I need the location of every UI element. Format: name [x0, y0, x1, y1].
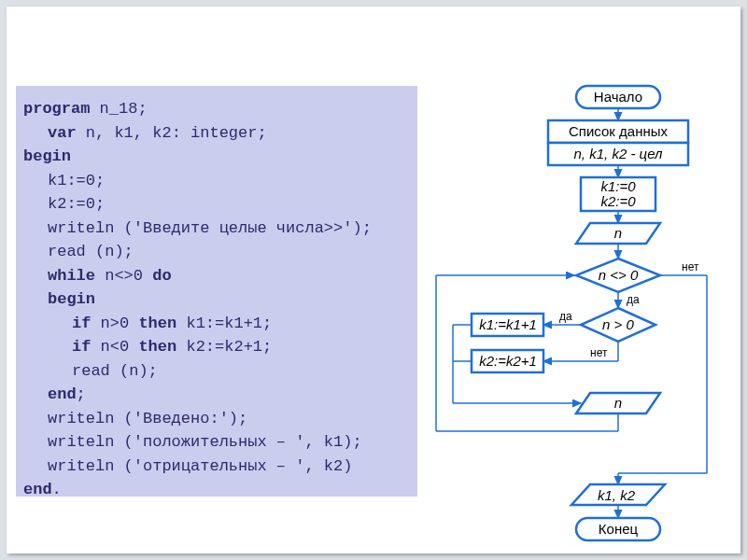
read-n2-label: n	[614, 395, 622, 411]
line-16: writeln ('отрицательных – ', k2)	[23, 455, 410, 479]
line-6: writeln ('Введите целые числа>>');	[23, 217, 410, 241]
code-block: program n_18; var n, k1, k2: integer; be…	[16, 86, 417, 497]
output-label: k1, k2	[598, 487, 636, 503]
line-3: begin	[23, 147, 71, 165]
line-7: read (n);	[23, 240, 410, 264]
init-k1-label: k1:=0	[600, 178, 636, 194]
line-15: writeln ('положительных – ', k1);	[23, 430, 410, 455]
assign-k2-label: k2:=k2+1	[479, 353, 537, 369]
line-10: if n>0 then k1:=k1+1;	[23, 312, 410, 336]
line-9: begin	[23, 287, 410, 312]
flowchart: Начало Список данных n, k1, k2 - цел k1:…	[417, 81, 735, 553]
line-1: program n_18;	[23, 100, 148, 118]
init-k2-label: k2:=0	[600, 193, 636, 209]
assign-k1-label: k1:=k1+1	[479, 316, 537, 332]
line-8: while n<>0 do	[23, 264, 410, 288]
cond-inner-label: n > 0	[602, 316, 634, 332]
data-list-label: Список данных	[569, 123, 669, 139]
cond-outer-label: n <> 0	[599, 267, 639, 283]
line-5: k2:=0;	[23, 192, 410, 217]
line-13: end;	[23, 383, 410, 407]
line-2: var n, k1, k2: integer;	[23, 121, 410, 146]
line-17: end.	[23, 481, 62, 498]
line-11: if n<0 then k2:=k2+1;	[23, 335, 410, 359]
line-14: writeln ('Введено:');	[23, 407, 410, 431]
outer-yes-label: да	[627, 293, 640, 306]
inner-yes-label: да	[559, 310, 572, 323]
inner-no-label: нет	[590, 346, 608, 359]
data-vars-label: n, k1, k2 - цел	[574, 146, 663, 161]
input-n-label: n	[614, 225, 622, 241]
end-label: Конец	[599, 521, 639, 537]
outer-no-label: нет	[682, 260, 699, 273]
line-12: read (n);	[23, 359, 410, 384]
start-label: Начало	[594, 89, 642, 105]
slide: program n_18; var n, k1, k2: integer; be…	[7, 7, 740, 553]
line-4: k1:=0;	[23, 169, 410, 193]
